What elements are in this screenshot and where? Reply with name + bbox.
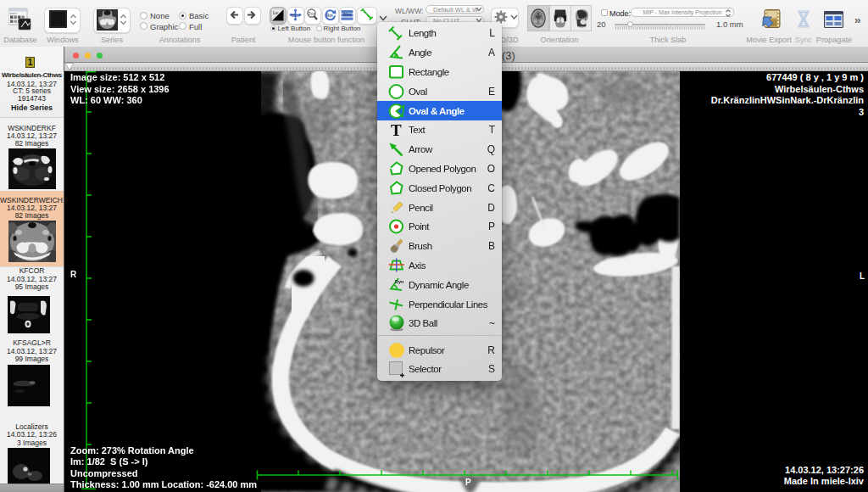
- svg-text:Nex: Nex: [343, 12, 353, 17]
- svg-text:Rot: Rot: [326, 14, 333, 18]
- svg-text:Mov: Mov: [292, 14, 299, 18]
- svg-text:Le: Le: [273, 10, 278, 15]
- svg-text:Zoo: Zoo: [309, 12, 315, 16]
- svg-text:T: T: [391, 121, 402, 138]
- svg-text:Dyn: Dyn: [395, 279, 404, 284]
